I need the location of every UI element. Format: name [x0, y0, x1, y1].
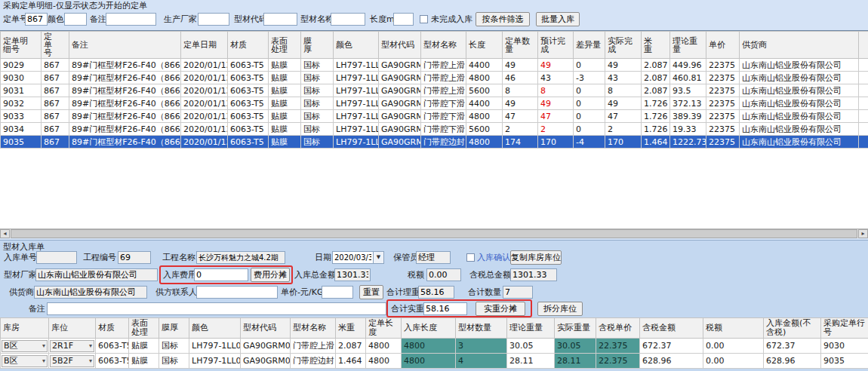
cell: 28.11 [555, 354, 596, 369]
column-header[interactable]: 定 单 号 [42, 32, 69, 59]
combo-select[interactable]: 2R1F▾ [50, 340, 94, 352]
column-header[interactable]: 表面 处理 [269, 32, 301, 59]
column-header[interactable]: 备注 [69, 32, 181, 59]
calendar-dropdown-icon[interactable]: ▼ [373, 251, 384, 264]
inbound-no-input[interactable] [36, 251, 77, 264]
horizontal-scrollbar[interactable]: ◂ ▸ [0, 228, 868, 238]
project-name-input[interactable] [196, 251, 285, 264]
column-header[interactable]: 颜色 [189, 318, 241, 339]
column-header[interactable]: 入库金额(不 含税) [764, 318, 821, 339]
column-header[interactable]: 定单长度 [366, 318, 402, 339]
cell: 449.96 [670, 59, 706, 72]
column-header[interactable]: 定单数 量 [503, 32, 538, 59]
copy-warehouse-location-button[interactable]: 复制库房库位 [510, 250, 562, 265]
column-header[interactable]: 定单明 细号 [1, 32, 42, 59]
profile-name-label: 型材名称 [300, 13, 334, 26]
total-actual-weight-input[interactable] [423, 302, 467, 315]
note-label: 备注 [29, 302, 45, 315]
profile-name-input[interactable] [331, 13, 365, 26]
column-header[interactable]: 表面 处理 [129, 318, 159, 339]
factory-input[interactable] [35, 268, 158, 281]
column-header[interactable]: 膜厚 [159, 318, 189, 339]
inbound-row[interactable]: B区▾2R1F▾6063-T5贴膜国标LH797-1LL0GA90GRM03门带… [1, 339, 868, 354]
column-header[interactable]: 颜色 [334, 32, 379, 59]
profile-code-input[interactable] [263, 13, 297, 26]
column-header[interactable]: 实际重量 [555, 318, 596, 339]
note-input[interactable] [47, 302, 386, 315]
column-header[interactable]: 采购定单行 号 [821, 318, 868, 339]
cell: 9035 [821, 354, 868, 369]
column-header[interactable]: 入库长度 [402, 318, 456, 339]
supplier-input[interactable] [34, 286, 147, 299]
column-header[interactable]: 差异量 [574, 32, 605, 59]
order-row[interactable]: 903386789#门框型材F26-F40（866+867）2020/01/13… [1, 110, 868, 123]
column-header[interactable]: 供货商 [740, 32, 859, 59]
actual-weight-share-button[interactable]: 实重分摊 [476, 302, 525, 316]
tax-input[interactable] [426, 268, 461, 281]
combo-select[interactable]: B区▾ [2, 355, 48, 367]
unit-price-input[interactable] [322, 286, 353, 299]
color-input[interactable] [64, 13, 87, 26]
column-header[interactable]: 型材名称 [421, 32, 466, 59]
order-row[interactable]: 903486789#门框型材F26-F40（866+867）2020/01/13… [1, 123, 868, 136]
chevron-down-icon[interactable]: ▾ [42, 339, 45, 353]
inbound-confirm-checkbox[interactable] [466, 253, 475, 262]
unfinished-checkbox[interactable] [420, 15, 428, 23]
order-row[interactable]: 902986789#门框型材F26-F40（866+867）2020/01/13… [1, 59, 868, 72]
chevron-down-icon[interactable]: ▾ [89, 339, 92, 353]
cell [859, 123, 868, 136]
order-row[interactable]: 903586789#门框型材F26-F40（866+867）2020/01/13… [1, 136, 868, 149]
reset-button[interactable]: 重置 [359, 285, 383, 299]
column-header[interactable]: 材质 [96, 318, 129, 339]
column-header[interactable]: 型材数量 [456, 318, 507, 339]
column-header[interactable]: 型材名称 [291, 318, 336, 339]
column-header[interactable]: 含税金额 [640, 318, 703, 339]
date-input[interactable] [332, 251, 374, 264]
keeper-input[interactable] [416, 251, 451, 264]
order-no-input[interactable] [25, 13, 48, 26]
column-header[interactable]: 税额 [703, 318, 764, 339]
column-header[interactable]: 膜 厚 [301, 32, 334, 59]
column-header[interactable]: 型材代码 [379, 32, 421, 59]
column-header[interactable]: 含税单价 [596, 318, 640, 339]
column-header[interactable]: 定单日期 [181, 32, 228, 59]
scroll-right-icon[interactable]: ▸ [858, 229, 868, 238]
combo-select[interactable]: B区▾ [2, 340, 48, 352]
column-header[interactable]: 库位 [49, 318, 96, 339]
order-row[interactable]: 903186789#门框型材F26-F40（866+867）2020/01/13… [1, 84, 868, 97]
filter-by-condition-button[interactable]: 按条件筛选 [476, 12, 530, 26]
column-header[interactable]: 理论重 量 [670, 32, 706, 59]
column-header[interactable]: 理论重量 [507, 318, 555, 339]
column-header[interactable]: 米重 [336, 318, 366, 339]
column-header[interactable]: 长度 [466, 32, 503, 59]
inbound-row[interactable]: B区▾5B2F▾6063-T5贴膜国标LH797-1LL0GA90GRM05门带… [1, 354, 868, 369]
manufacturer-input[interactable] [198, 13, 229, 26]
column-header[interactable]: 材质 [228, 32, 269, 59]
column-header[interactable]: 单价 [706, 32, 740, 59]
supplier-contact-input[interactable] [196, 286, 278, 299]
total-theory-weight-input[interactable] [418, 286, 454, 299]
column-header[interactable]: 库房 [1, 318, 49, 339]
chevron-down-icon[interactable]: ▾ [89, 354, 92, 368]
column-header[interactable]: 型材代码 [241, 318, 291, 339]
column-header[interactable] [859, 32, 868, 59]
inbound-fee-input[interactable] [194, 268, 248, 281]
project-no-input[interactable] [118, 251, 151, 264]
tax-total-input[interactable] [510, 268, 557, 281]
remark-input[interactable] [106, 13, 156, 26]
length-input[interactable] [393, 13, 414, 26]
column-header[interactable]: 预计完 成 [538, 32, 574, 59]
total-amount-input[interactable] [334, 268, 371, 281]
chevron-down-icon[interactable]: ▾ [42, 354, 45, 368]
column-header[interactable]: 米 重 [642, 32, 670, 59]
column-header[interactable]: 实际完 成 [605, 32, 642, 59]
scrollbar-thumb[interactable] [11, 229, 857, 238]
combo-select[interactable]: 5B2F▾ [50, 355, 94, 367]
total-qty-input[interactable] [503, 286, 533, 299]
fee-share-button[interactable]: 费用分摊 [251, 268, 290, 282]
split-location-button[interactable]: 拆分库位 [537, 302, 583, 316]
batch-inbound-button[interactable]: 批量入库 [536, 12, 580, 26]
order-row[interactable]: 903086789#门框型材F26-F40（866+867）2020/01/13… [1, 72, 868, 84]
order-row[interactable]: 903286789#门框型材F26-F40（866+867）2020/01/13… [1, 97, 868, 110]
scroll-left-icon[interactable]: ◂ [0, 229, 10, 238]
